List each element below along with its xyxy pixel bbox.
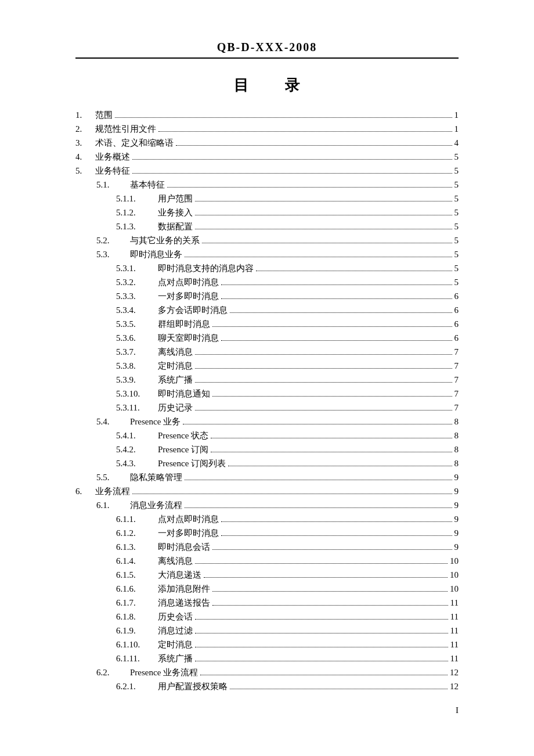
toc-leader-dots [230,689,448,689]
toc-entry-label: 离线消息 [151,554,193,568]
toc-entry-page: 8 [454,415,459,429]
toc-entry[interactable]: 6.2.Presence 业务流程12 [75,665,459,679]
toc-entry[interactable]: 6.业务流程9 [75,484,459,498]
toc-entry-number: 5.1.1. [116,192,151,206]
toc-leader-dots [221,340,452,341]
toc-entry[interactable]: 6.1.2.一对多即时消息9 [75,526,459,540]
document-header: QB-D-XXX-2008 [75,41,459,59]
toc-entry[interactable]: 6.1.9.消息过滤11 [75,624,459,638]
toc-entry-page: 5 [454,206,459,219]
toc-entry-number: 5.4.3. [116,456,151,470]
toc-leader-dots [202,243,452,243]
toc-entry[interactable]: 5.3.即时消息业务5 [75,247,459,261]
toc-entry-number: 5.3.3. [116,289,151,303]
toc-entry[interactable]: 2.规范性引用文件1 [75,122,459,136]
toc-entry-number: 5.3.5. [116,317,151,331]
toc-entry[interactable]: 5.4.2.Presence 订阅8 [75,442,459,456]
toc-entry[interactable]: 5.4.Presence 业务8 [75,415,459,429]
toc-entry[interactable]: 6.1.10.定时消息11 [75,638,459,651]
toc-entry-page: 9 [454,484,459,498]
toc-entry[interactable]: 5.3.10.即时消息通知7 [75,387,459,401]
toc-entry[interactable]: 5.3.4.多方会话即时消息6 [75,303,459,317]
toc-entry[interactable]: 6.1.6.添加消息附件10 [75,582,459,596]
toc-entry[interactable]: 3.术语、定义和缩略语4 [75,136,459,150]
toc-leader-dots [185,507,452,508]
toc-entry[interactable]: 5.3.6.聊天室即时消息6 [75,331,459,345]
toc-entry[interactable]: 6.1.消息业务流程9 [75,498,459,512]
toc-leader-dots [212,591,448,592]
toc-entry-label: 隐私策略管理 [123,470,182,484]
toc-entry[interactable]: 6.1.7.消息递送报告11 [75,596,459,610]
toc-entry-label: 基本特征 [123,178,165,192]
toc-entry[interactable]: 5.4.3.Presence 订阅列表8 [75,456,459,470]
toc-entry[interactable]: 1.范围1 [75,108,459,122]
toc-entry[interactable]: 5.业务特征5 [75,164,459,178]
toc-entry-page: 11 [450,596,459,610]
toc-entry[interactable]: 6.1.8.历史会话11 [75,610,459,624]
toc-entry-label: 业务概述 [93,150,130,164]
toc-entry-label: 用户配置授权策略 [151,679,228,693]
toc-leader-dots [132,173,452,174]
toc-entry-label: 离线消息 [151,345,193,359]
toc-entry-label: 即时消息支持的消息内容 [151,261,254,275]
toc-entry[interactable]: 5.3.2.点对点即时消息5 [75,275,459,289]
toc-entry[interactable]: 5.1.3.数据配置5 [75,219,459,233]
toc-entry[interactable]: 6.1.11.系统广播11 [75,651,459,665]
toc-entry-label: 系统广播 [151,373,193,387]
toc-leader-dots [221,521,452,522]
toc-entry[interactable]: 5.3.5.群组即时消息6 [75,317,459,331]
toc-entry-number: 6.1.2. [116,526,151,540]
toc-entry[interactable]: 5.3.1.即时消息支持的消息内容5 [75,261,459,275]
toc-entry[interactable]: 6.2.1.用户配置授权策略12 [75,679,459,693]
toc-entry-label: Presence 业务 [123,415,181,429]
toc-entry-label: 添加消息附件 [151,582,210,596]
toc-entry[interactable]: 5.2.与其它业务的关系5 [75,233,459,247]
toc-entry[interactable]: 6.1.5.大消息递送10 [75,568,459,582]
toc-entry-number: 5.1.2. [116,206,151,219]
toc-entry-page: 9 [454,470,459,484]
toc-entry[interactable]: 5.3.8.定时消息7 [75,359,459,373]
table-of-contents: 1.范围12.规范性引用文件13.术语、定义和缩略语44.业务概述55.业务特征… [75,108,459,693]
toc-entry-number: 5.3. [96,247,123,261]
toc-entry-page: 8 [454,442,459,456]
toc-entry-page: 10 [450,554,459,568]
toc-entry[interactable]: 5.5.隐私策略管理9 [75,470,459,484]
toc-entry[interactable]: 5.4.1.Presence 状态8 [75,429,459,442]
toc-entry-page: 4 [454,136,459,150]
toc-entry-page: 5 [454,275,459,289]
toc-entry-page: 5 [454,219,459,233]
toc-entry[interactable]: 5.3.3.一对多即时消息6 [75,289,459,303]
toc-entry[interactable]: 6.1.4.离线消息10 [75,554,459,568]
toc-entry-label: 即时消息业务 [123,247,182,261]
toc-entry-label: 历史记录 [151,401,193,415]
toc-leader-dots [195,410,452,411]
toc-entry-number: 6.1.9. [116,624,151,638]
toc-entry-number: 6.1.1. [116,512,151,526]
toc-entry-label: 系统广播 [151,651,193,665]
toc-entry[interactable]: 5.3.7.离线消息7 [75,345,459,359]
toc-entry-page: 5 [454,247,459,261]
toc-entry[interactable]: 5.3.11.历史记录7 [75,401,459,415]
toc-entry[interactable]: 5.3.9.系统广播7 [75,373,459,387]
toc-entry-number: 6.1.10. [116,638,151,651]
toc-leader-dots [195,354,452,355]
toc-entry[interactable]: 5.1.基本特征5 [75,178,459,192]
toc-entry[interactable]: 4.业务概述5 [75,150,459,164]
toc-entry-page: 5 [454,192,459,206]
toc-entry-label: 即时消息通知 [151,387,210,401]
toc-entry-number: 6.1.8. [116,610,151,624]
toc-entry-label: Presence 订阅列表 [151,456,226,470]
toc-entry-label: 大消息递送 [151,568,201,582]
toc-entry[interactable]: 5.1.2.业务接入5 [75,206,459,219]
toc-entry[interactable]: 6.1.1.点对点即时消息9 [75,512,459,526]
toc-entry[interactable]: 6.1.3.即时消息会话9 [75,540,459,554]
toc-entry-label: 消息过滤 [151,624,193,638]
toc-leader-dots [132,159,452,160]
toc-leader-dots [185,257,452,257]
toc-entry[interactable]: 5.1.1.用户范围5 [75,192,459,206]
toc-leader-dots [212,326,452,327]
toc-entry-number: 6.2.1. [116,679,151,693]
toc-entry-number: 2. [75,122,93,136]
toc-entry-number: 4. [75,150,93,164]
toc-entry-page: 7 [454,387,459,401]
